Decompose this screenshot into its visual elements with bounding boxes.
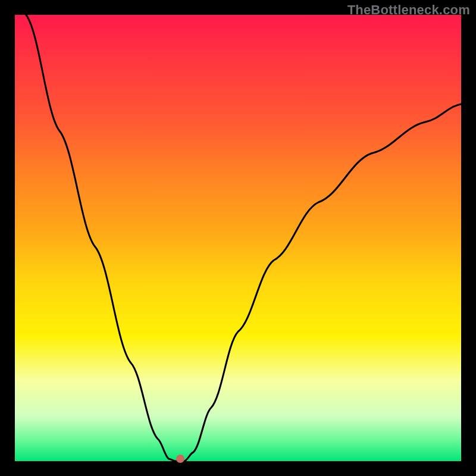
vertex-marker: [176, 455, 184, 463]
chart-frame: TheBottleneck.com: [0, 0, 476, 476]
bottleneck-curve: [15, 15, 461, 461]
plot-area: [15, 15, 461, 461]
